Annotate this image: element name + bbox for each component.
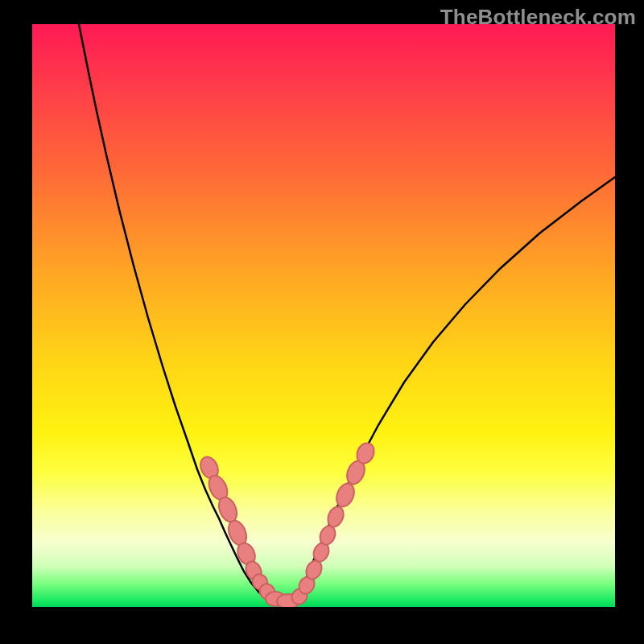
curve-marker	[333, 481, 357, 509]
curve-marker	[197, 454, 221, 481]
curve-marker	[205, 473, 231, 502]
curve-marker	[317, 524, 338, 547]
bottleneck-chart-svg	[32, 24, 615, 607]
curve-marker	[289, 586, 311, 607]
curve-marker	[216, 494, 241, 524]
curve-markers	[197, 440, 378, 607]
chart-frame: TheBottleneck.com	[0, 0, 644, 644]
curve-marker	[243, 559, 264, 582]
curve-marker	[257, 581, 278, 603]
curve-marker	[250, 572, 270, 592]
curve-marker	[266, 592, 285, 606]
curve-marker	[311, 541, 332, 564]
curve-marker	[234, 540, 258, 568]
curve-marker	[353, 440, 377, 466]
curve-marker	[277, 594, 299, 607]
curve-marker	[225, 518, 250, 547]
curve-marker	[325, 505, 346, 530]
curve-marker	[303, 558, 324, 581]
plot-area	[32, 24, 615, 607]
curve-marker	[296, 574, 318, 597]
curve-marker	[344, 458, 368, 486]
v-curve	[79, 24, 615, 602]
